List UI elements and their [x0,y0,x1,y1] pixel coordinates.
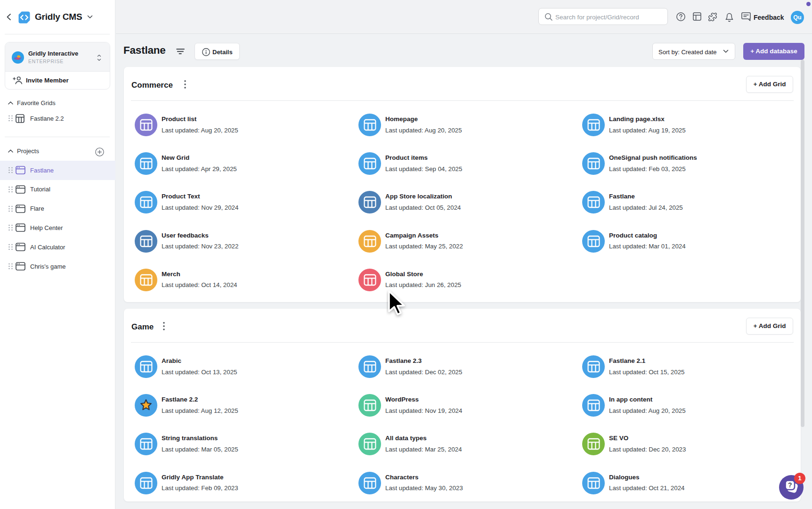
svg-text:?: ? [788,481,792,489]
